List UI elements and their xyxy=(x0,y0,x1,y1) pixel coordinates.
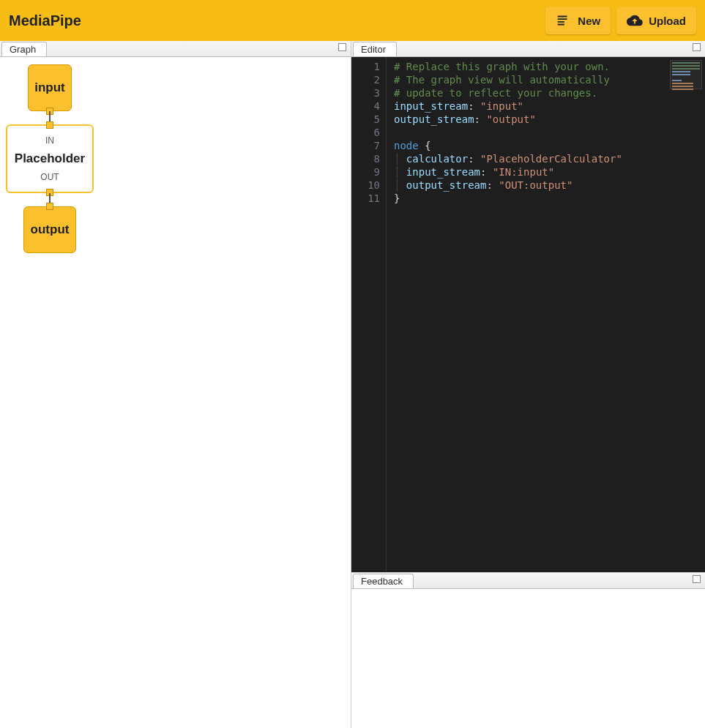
port-dot[interactable] xyxy=(46,121,53,129)
new-button-label: New xyxy=(578,15,600,27)
new-button[interactable]: New xyxy=(545,7,611,34)
code-editor[interactable]: 1234567891011 # Replace this graph with … xyxy=(351,57,705,572)
graph-node-output-label: output xyxy=(31,222,70,237)
app-title: MediaPipe xyxy=(9,12,81,29)
graph-tab-label: Graph xyxy=(10,44,36,55)
graph-canvas[interactable]: input IN Placeholder OUT output xyxy=(0,57,351,728)
graph-tab-row: Graph xyxy=(0,41,351,57)
app-header: MediaPipe New Upload xyxy=(0,0,705,41)
graph-node-calc-name: Placeholder xyxy=(15,151,85,166)
notes-icon xyxy=(556,12,572,29)
cloud-upload-icon xyxy=(627,12,643,29)
maximize-icon[interactable] xyxy=(338,43,346,51)
feedback-tab-row: Feedback xyxy=(351,573,705,589)
graph-node-placeholder[interactable]: IN Placeholder OUT xyxy=(6,124,94,193)
main-area: Graph input IN Placeholder OUT xyxy=(0,41,705,728)
graph-node-out-label: OUT xyxy=(40,172,59,182)
feedback-tab[interactable]: Feedback xyxy=(353,574,414,588)
maximize-icon[interactable] xyxy=(693,575,701,583)
graph-node-input-label: input xyxy=(34,80,65,95)
upload-button[interactable]: Upload xyxy=(616,7,696,34)
editor-code[interactable]: # Replace this graph with your own.# The… xyxy=(387,57,622,572)
right-column: Editor 1234567891011 # Replace this grap… xyxy=(351,41,705,728)
graph-node-output[interactable]: output xyxy=(23,206,76,253)
editor-tab-row: Editor xyxy=(351,41,705,57)
graph-tab[interactable]: Graph xyxy=(1,42,47,56)
graph-node-in-label: IN xyxy=(45,135,54,146)
feedback-body xyxy=(351,589,705,728)
editor-gutter: 1234567891011 xyxy=(351,57,387,572)
editor-tab-label: Editor xyxy=(361,44,386,55)
graph-panel: Graph input IN Placeholder OUT xyxy=(0,41,351,728)
port-dot[interactable] xyxy=(46,203,53,210)
feedback-panel: Feedback xyxy=(351,572,705,728)
editor-tab[interactable]: Editor xyxy=(353,42,397,56)
upload-button-label: Upload xyxy=(649,15,686,27)
editor-panel: Editor 1234567891011 # Replace this grap… xyxy=(351,41,705,572)
graph-node-input[interactable]: input xyxy=(28,64,72,111)
feedback-tab-label: Feedback xyxy=(361,576,403,587)
editor-minimap[interactable] xyxy=(670,60,702,89)
maximize-icon[interactable] xyxy=(693,43,701,51)
